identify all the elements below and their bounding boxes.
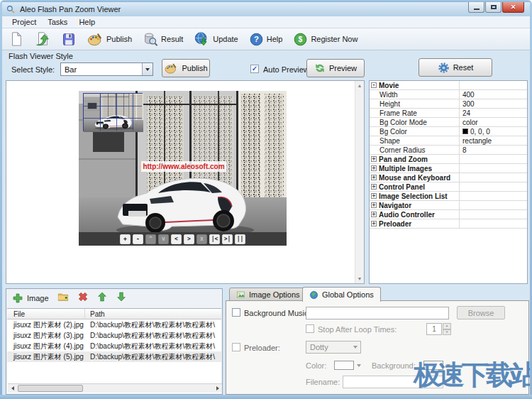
menu-tasks[interactable]: Tasks <box>42 17 73 27</box>
auto-preview-checkbox[interactable]: ✓ <box>250 65 259 73</box>
reset-button[interactable]: Reset <box>419 58 492 77</box>
prop-group-audio-controller[interactable]: +Audio Controller <box>370 210 527 219</box>
publish-palette-icon <box>87 31 104 47</box>
style-select-arrow[interactable] <box>142 63 153 75</box>
expand-icon[interactable]: + <box>371 184 377 190</box>
scroll-up-icon[interactable]: ▲ <box>355 81 364 90</box>
horizontal-scrollbar[interactable] <box>8 383 222 393</box>
preloader-checkbox[interactable] <box>232 343 240 351</box>
scroll-down-icon[interactable]: ▼ <box>355 274 364 283</box>
maximize-button[interactable] <box>485 2 501 13</box>
move-up-button[interactable] <box>96 291 108 305</box>
prop-group-multiple-images[interactable]: +Multiple Images <box>370 164 527 173</box>
expand-icon[interactable]: + <box>371 212 377 217</box>
main-toolbar: Publish Result Update ? <box>2 28 530 50</box>
pan-right-button[interactable]: > <box>184 234 194 244</box>
preview-button[interactable]: Preview <box>306 59 365 77</box>
prop-row-width[interactable]: Width 400 <box>370 90 527 99</box>
file-list-header[interactable]: File Path <box>7 309 221 319</box>
pan-left-button[interactable]: < <box>171 234 182 244</box>
prop-group-preloader[interactable]: +Preloader <box>370 219 527 229</box>
jisuxz-watermark: 极速下载站 <box>414 357 532 393</box>
pause-button[interactable]: || <box>235 234 245 244</box>
preloader-style-select[interactable]: Dotty <box>306 341 361 354</box>
color-dropdown-icon[interactable] <box>356 361 362 370</box>
prop-group-movie[interactable]: -Movie <box>370 81 527 90</box>
stop-after-loop-checkbox[interactable] <box>306 324 314 333</box>
add-image-button[interactable]: Image <box>12 293 49 304</box>
prop-row-corner-radius[interactable]: Corner Radius 8 <box>370 146 527 155</box>
scroll-right-button[interactable] <box>213 384 222 393</box>
file-row[interactable]: jisuxz 图片素材 (2).jpg D:\backup\教程素材\教程素材\… <box>7 319 221 330</box>
save-project-button[interactable] <box>59 31 78 48</box>
file-row[interactable]: jisuxz 图片素材 (4).jpg D:\backup\教程素材\教程素材\… <box>7 341 221 351</box>
preview-scrollbar[interactable]: ▲ ▼ <box>355 81 364 283</box>
remove-image-button[interactable] <box>77 291 89 305</box>
column-header-file[interactable]: File <box>7 309 85 319</box>
style-select[interactable]: Bar <box>60 62 153 76</box>
publish-toolbar-button[interactable]: Publish <box>84 30 134 48</box>
file-list: File Path jisuxz 图片素材 (2).jpg D:\backup\… <box>7 308 221 393</box>
tab-image-options[interactable]: Image Options <box>229 288 307 301</box>
collapse-icon[interactable]: - <box>371 82 377 88</box>
prop-row-frame-rate[interactable]: Frame Rate 24 <box>370 109 527 118</box>
menu-help[interactable]: Help <box>73 17 101 27</box>
pan-down-button[interactable]: v <box>158 234 169 244</box>
register-now-label: Register Now <box>311 35 358 43</box>
prop-row-shape[interactable]: Shape rectangle <box>370 136 527 146</box>
file-row-selected[interactable]: jisuxz 图片素材 (5).jpg D:\backup\教程素材\教程素材\… <box>7 351 221 362</box>
file-row[interactable]: jisuxz 图片素材 (3).jpg D:\backup\教程素材\教程素材\… <box>7 330 221 341</box>
expand-icon[interactable]: + <box>371 175 377 180</box>
expand-icon[interactable]: + <box>371 221 377 226</box>
update-button[interactable]: Update <box>192 30 240 48</box>
prop-group-image-selection-list[interactable]: +Image Selection List <box>370 192 527 201</box>
loop-times-input[interactable] <box>426 323 442 335</box>
zoom-out-button[interactable]: - <box>133 234 143 244</box>
svg-text:?: ? <box>254 35 259 43</box>
spinner-up-icon[interactable]: ▲ <box>443 323 451 329</box>
prop-group-mouse-and-keyboard[interactable]: +Mouse and Keyboard <box>370 173 527 182</box>
prev-image-button[interactable]: |< <box>209 234 220 244</box>
spinner-down-icon[interactable]: ▼ <box>443 329 451 336</box>
scroll-left-button[interactable] <box>8 384 17 393</box>
prop-row-height[interactable]: Height 300 <box>370 99 527 109</box>
prop-group-control-panel[interactable]: +Control Panel <box>370 182 527 192</box>
arrow-down-icon <box>116 291 127 302</box>
prop-group-pan-and-zoom[interactable]: +Pan and Zoom <box>370 155 527 164</box>
help-button[interactable]: ? Help <box>247 31 285 48</box>
chevron-down-icon <box>350 346 360 349</box>
background-music-checkbox[interactable] <box>232 308 240 317</box>
result-button[interactable]: Result <box>140 30 185 48</box>
tab-global-options[interactable]: Global Options <box>302 287 381 302</box>
zoom-in-button[interactable]: + <box>120 234 131 244</box>
browse-button[interactable]: Browse <box>457 306 505 319</box>
prop-row-bg-color[interactable]: Bg Color 0, 0, 0 <box>370 127 527 136</box>
tab-global-options-label: Global Options <box>322 290 374 299</box>
next-image-button[interactable]: >| <box>222 234 233 244</box>
prop-row-bg-color-mode[interactable]: Bg Color Mode color <box>370 118 527 127</box>
prop-group-navigator[interactable]: +Navigator <box>370 201 527 210</box>
scrollbar-thumb[interactable] <box>18 385 83 392</box>
expand-icon[interactable]: + <box>371 156 377 162</box>
close-button[interactable]: ✕ <box>502 2 524 13</box>
title-bar[interactable]: Aleo Flash Pan Zoom Viewer ✕ <box>2 2 530 16</box>
expand-icon[interactable]: + <box>371 165 377 171</box>
open-project-button[interactable] <box>33 30 52 48</box>
minimize-button[interactable] <box>468 2 484 13</box>
register-now-button[interactable]: $ Register Now <box>291 31 360 48</box>
new-project-button[interactable] <box>6 30 26 48</box>
expand-icon[interactable]: + <box>371 202 377 208</box>
column-header-path[interactable]: Path <box>85 309 221 319</box>
stop-button[interactable]: x <box>196 234 207 244</box>
loop-times-spinner[interactable]: ▲ ▼ <box>426 323 451 335</box>
navigator-thumbnail[interactable] <box>83 93 143 131</box>
preview-photo[interactable]: http://www.aleosoft.com + - ^ v < > x |<… <box>79 91 287 246</box>
add-folder-button[interactable] <box>57 291 70 305</box>
publish-button[interactable]: Publish <box>162 59 210 77</box>
pan-up-button[interactable]: ^ <box>145 234 156 244</box>
background-music-input[interactable] <box>306 307 449 319</box>
expand-icon[interactable]: + <box>371 193 377 199</box>
move-down-button[interactable] <box>116 291 127 305</box>
menu-project[interactable]: Project <box>6 17 42 27</box>
preloader-color-swatch[interactable] <box>334 361 354 370</box>
